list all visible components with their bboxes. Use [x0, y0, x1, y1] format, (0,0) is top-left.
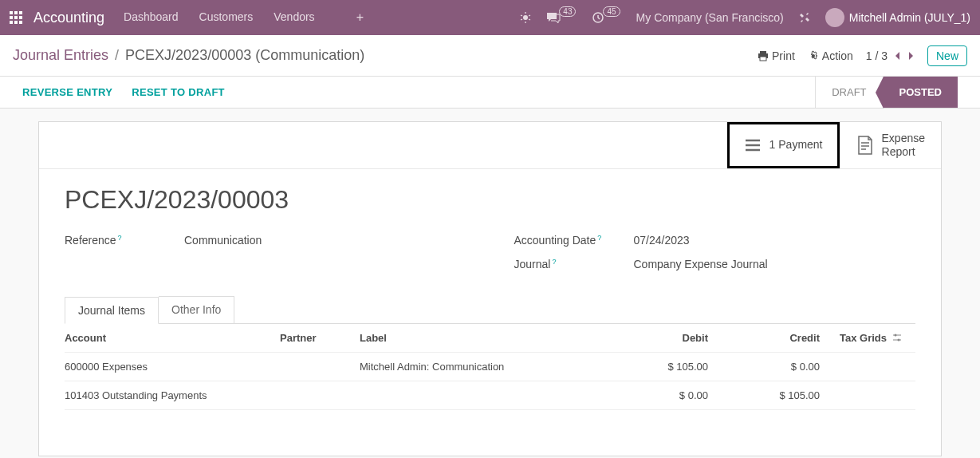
- apps-icon[interactable]: [10, 11, 22, 24]
- status-draft[interactable]: DRAFT: [815, 77, 882, 108]
- user-name: Mitchell Admin (JULY_1): [849, 11, 970, 24]
- journal-items-grid: Account Partner Label Debit Credit Tax G…: [65, 323, 915, 410]
- svg-point-15: [898, 338, 900, 341]
- svg-rect-4: [760, 57, 766, 61]
- col-credit[interactable]: Credit: [708, 332, 820, 344]
- stat-payment[interactable]: 1 Payment: [727, 122, 840, 168]
- journal-label: Journal?: [514, 258, 634, 270]
- nav-menu: Dashboard Customers Vendors +: [124, 10, 364, 25]
- col-partner[interactable]: Partner: [280, 332, 360, 344]
- tabs: Journal Items Other Info: [65, 296, 915, 323]
- tab-other-info[interactable]: Other Info: [159, 296, 234, 323]
- topbar: Accounting Dashboard Customers Vendors +…: [0, 0, 980, 35]
- company-selector[interactable]: My Company (San Francisco): [636, 11, 784, 24]
- date-label: Accounting Date?: [514, 234, 634, 247]
- print-icon: [758, 50, 769, 61]
- date-value[interactable]: 07/24/2023: [634, 234, 690, 247]
- brand[interactable]: Accounting: [33, 10, 104, 26]
- reset-draft-button[interactable]: RESET TO DRAFT: [132, 86, 225, 98]
- form-sheet: 1 Payment Expense Report PCEXJ/2023/0000…: [38, 121, 942, 456]
- user-menu[interactable]: Mitchell Admin (JULY_1): [825, 8, 970, 27]
- print-button[interactable]: Print: [758, 49, 795, 62]
- entry-title: PCEXJ/2023/00003: [65, 185, 915, 215]
- messages-icon[interactable]: 43: [546, 11, 577, 24]
- stat-expense-report[interactable]: Expense Report: [840, 122, 941, 168]
- controlbar: Journal Entries / PCEXJ/2023/00003 (Comm…: [0, 35, 980, 77]
- reverse-entry-button[interactable]: REVERSE ENTRY: [22, 86, 112, 98]
- bars-icon: [744, 138, 762, 152]
- tab-journal-items[interactable]: Journal Items: [65, 297, 159, 324]
- breadcrumb-root[interactable]: Journal Entries: [13, 47, 108, 64]
- col-options[interactable]: [891, 332, 915, 344]
- svg-point-0: [523, 15, 528, 20]
- activity-icon[interactable]: 45: [592, 11, 621, 24]
- pager-text[interactable]: 1 / 3: [866, 49, 888, 62]
- messages-badge: 43: [559, 6, 576, 17]
- pager: 1 / 3: [866, 49, 915, 62]
- svg-rect-2: [760, 51, 766, 53]
- statusbar: REVERSE ENTRY RESET TO DRAFT DRAFT POSTE…: [0, 77, 980, 109]
- nav-dashboard[interactable]: Dashboard: [124, 10, 179, 25]
- table-row[interactable]: 101403 Outstanding Payments $ 0.00 $ 105…: [65, 381, 915, 410]
- tools-icon[interactable]: [798, 11, 811, 24]
- table-row[interactable]: 600000 Expenses Mitchell Admin: Communic…: [65, 353, 915, 381]
- status-posted[interactable]: POSTED: [883, 77, 958, 108]
- stat-expense-text: Expense Report: [882, 132, 925, 159]
- col-label[interactable]: Label: [360, 332, 596, 344]
- nav-vendors[interactable]: Vendors: [274, 10, 314, 25]
- avatar: [825, 8, 844, 27]
- help-icon[interactable]: ?: [597, 234, 601, 242]
- document-icon: [856, 135, 874, 156]
- ref-value[interactable]: Communication: [184, 234, 262, 247]
- ref-label: Reference?: [65, 234, 184, 247]
- breadcrumb-sep: /: [115, 47, 119, 64]
- activity-badge: 45: [603, 6, 620, 17]
- stat-buttons: 1 Payment Expense Report: [39, 122, 941, 169]
- new-button[interactable]: New: [927, 45, 967, 66]
- grid-header: Account Partner Label Debit Credit Tax G…: [65, 324, 915, 353]
- col-account[interactable]: Account: [65, 332, 280, 344]
- col-debit[interactable]: Debit: [596, 332, 708, 344]
- col-tax[interactable]: Tax Grids: [820, 332, 891, 344]
- gear-icon: [808, 50, 819, 61]
- debug-icon[interactable]: [519, 11, 532, 24]
- breadcrumb: Journal Entries / PCEXJ/2023/00003 (Comm…: [13, 47, 364, 64]
- pager-next[interactable]: [907, 50, 915, 61]
- journal-value[interactable]: Company Expense Journal: [634, 258, 768, 270]
- action-button[interactable]: Action: [808, 49, 853, 62]
- stat-payment-text: 1 Payment: [769, 138, 823, 152]
- sliders-icon: [891, 332, 903, 343]
- pager-prev[interactable]: [894, 50, 901, 61]
- nav-add[interactable]: +: [356, 10, 364, 25]
- help-icon[interactable]: ?: [118, 234, 122, 242]
- svg-point-13: [895, 334, 897, 336]
- breadcrumb-current: PCEXJ/2023/00003 (Communication): [125, 47, 364, 64]
- help-icon[interactable]: ?: [552, 258, 556, 266]
- nav-customers[interactable]: Customers: [199, 10, 254, 25]
